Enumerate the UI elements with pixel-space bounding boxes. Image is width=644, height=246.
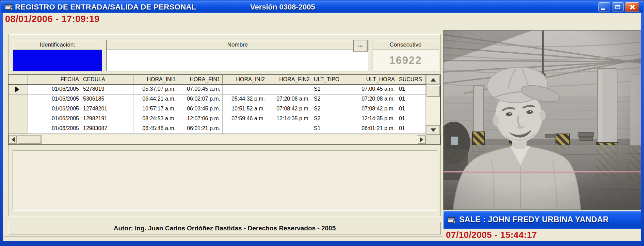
grid-cell[interactable]: 05:44:32 p.m. xyxy=(223,94,267,104)
grid-cell[interactable] xyxy=(267,124,312,134)
grid-cell[interactable]: 06:03:45 p.m. xyxy=(178,104,223,114)
arrow-right-icon xyxy=(420,137,423,142)
consecutivo-value: 16922 xyxy=(372,50,439,71)
grid-cell[interactable]: 12748201 xyxy=(81,104,133,114)
grid-cell[interactable]: 01/06/2005 xyxy=(28,94,81,104)
close-icon xyxy=(629,4,635,10)
grid-cell[interactable]: S2 xyxy=(312,94,351,104)
form-window-icon xyxy=(5,3,13,10)
arrow-left-icon xyxy=(12,137,15,142)
nombre-field: Nombre xyxy=(106,40,369,71)
minimize-button[interactable] xyxy=(598,2,610,12)
grid-header-hora_fin2[interactable]: HORA_FIN2 xyxy=(267,75,312,84)
grid-header-cedula[interactable]: CEDULA xyxy=(81,75,133,84)
bottom-divider xyxy=(3,236,443,237)
scroll-down-button[interactable] xyxy=(426,125,440,135)
row-selector-cell[interactable] xyxy=(9,85,28,94)
grid-cell[interactable]: 06:45:46 a.m. xyxy=(133,124,178,134)
minimize-icon xyxy=(601,8,605,10)
arrow-up-icon xyxy=(431,78,436,82)
close-button[interactable] xyxy=(625,2,639,12)
maximize-button[interactable] xyxy=(612,2,624,12)
grid-cell[interactable]: 01/06/2005 xyxy=(28,114,81,124)
grid-cell[interactable]: 07:20:08 a.m. xyxy=(267,94,312,104)
grid-header-hora_ini1[interactable]: HORA_INI1 xyxy=(133,75,178,84)
grid-cell[interactable]: 07:08:42 p.m. xyxy=(351,104,397,114)
grid-cell[interactable]: 07:08:42 p.m. xyxy=(267,104,312,114)
grid-header-ult_hora[interactable]: ULT_HORA xyxy=(351,75,397,84)
grid-cell[interactable]: 01 xyxy=(397,114,426,124)
scroll-right-button[interactable] xyxy=(417,135,426,144)
browse-button[interactable]: ... xyxy=(353,40,368,52)
vscrollbar-thumb[interactable] xyxy=(426,85,440,97)
grid-cell[interactable]: 06:02:07 p.m. xyxy=(178,94,223,104)
grid-cell[interactable]: S2 xyxy=(312,114,351,124)
grid-cell[interactable]: 06:01:21 p.m. xyxy=(351,124,397,134)
author-text: Autor: Ing. Juan Carlos Ordóñez Bastidas… xyxy=(114,225,336,232)
grid-header-hora_ini2[interactable]: HORA_INI2 xyxy=(223,75,267,84)
grid-cell[interactable]: S1 xyxy=(312,124,351,134)
grid-cell[interactable]: 01 xyxy=(397,124,426,134)
grid-cell[interactable]: 07:00:45 a.m. xyxy=(351,85,397,94)
grid-cell[interactable]: 01 xyxy=(397,94,426,104)
grid-cell[interactable]: 12983087 xyxy=(81,124,133,134)
grid-cell[interactable]: 12982191 xyxy=(81,114,133,124)
grid-cell[interactable]: 5278019 xyxy=(81,85,133,94)
grid-cell[interactable]: S1 xyxy=(312,85,351,94)
row-selector-cell[interactable] xyxy=(9,114,28,124)
table-row[interactable]: 01/06/20051274820110:57:17 a.m.06:03:45 … xyxy=(9,104,426,114)
scrollbar-corner xyxy=(426,135,440,144)
grid-cell[interactable]: 01/06/2005 xyxy=(28,85,81,94)
row-selector-cell[interactable] xyxy=(9,104,28,114)
grid-vscrollbar[interactable] xyxy=(426,75,440,135)
nombre-input[interactable] xyxy=(107,50,369,71)
grid-cell[interactable] xyxy=(223,85,267,94)
selected-row-arrow-icon xyxy=(15,86,19,92)
current-datetime-label: 08/01/2006 - 17:09:19 xyxy=(5,14,100,24)
grid-cell[interactable]: 07:00:45 a.m. xyxy=(178,85,223,94)
client-area: 08/01/2006 - 17:09:19 Identificación: No… xyxy=(3,13,641,241)
window-title: REGISTRO DE ENTRADA/SALIDA DE PERSONAL xyxy=(15,3,196,12)
grid-cell[interactable]: 01/06/2005 xyxy=(28,104,81,114)
grid-cell[interactable]: 01 xyxy=(397,104,426,114)
grid-header-row: FECHACEDULAHORA_INI1HORA_FIN1HORA_INI2HO… xyxy=(9,75,426,85)
grid-cell[interactable] xyxy=(267,85,312,94)
grid-cell[interactable]: 10:57:17 a.m. xyxy=(133,104,178,114)
scroll-up-button[interactable] xyxy=(426,75,440,85)
grid-cell[interactable]: 12:07:06 p.m. xyxy=(178,114,223,124)
titlebar[interactable]: REGISTRO DE ENTRADA/SALIDA DE PERSONAL V… xyxy=(1,1,643,13)
grid-cell[interactable]: 05:37:07 p.m. xyxy=(133,85,178,94)
grid-cell[interactable] xyxy=(223,124,267,134)
grid-cell[interactable]: 06:44:21 a.m. xyxy=(133,94,178,104)
grid-cell[interactable]: 12:14:35 p.m. xyxy=(351,114,397,124)
grid-header-fecha[interactable]: FECHA xyxy=(28,75,81,84)
grid-hscrollbar[interactable] xyxy=(9,135,426,144)
identificacion-input[interactable] xyxy=(13,50,102,71)
grid-header-sucurs[interactable]: SUCURS xyxy=(397,75,426,84)
table-row[interactable]: 01/06/2005530618506:44:21 a.m.06:02:07 p… xyxy=(9,94,426,104)
grid-cell[interactable]: 12:14:35 p.m. xyxy=(267,114,312,124)
records-grid: FECHACEDULAHORA_INI1HORA_FIN1HORA_INI2HO… xyxy=(8,74,441,145)
grid-cell[interactable]: 01 xyxy=(397,85,426,94)
row-selector-cell[interactable] xyxy=(9,124,28,134)
grid-cell[interactable]: 01/06/2005 xyxy=(28,124,81,134)
scroll-left-button[interactable] xyxy=(9,135,17,144)
consecutivo-label: Consecutivo xyxy=(372,40,439,50)
grid-header-hora_fin1[interactable]: HORA_FIN1 xyxy=(178,75,223,84)
table-row[interactable]: 01/06/20051298308706:45:46 a.m.06:01:21 … xyxy=(9,124,426,134)
table-row[interactable]: 01/06/2005527801905:37:07 p.m.07:00:45 a… xyxy=(9,85,426,94)
grid-cell[interactable]: 10:51:52 a.m. xyxy=(223,104,267,114)
grid-cell[interactable]: 08:24:53 a.m. xyxy=(133,114,178,124)
grid-cell[interactable]: 5306185 xyxy=(81,94,133,104)
hscrollbar-thumb[interactable] xyxy=(18,135,42,144)
grid-cell[interactable]: S2 xyxy=(312,104,351,114)
grid-cell[interactable]: 07:59:46 a.m. xyxy=(223,114,267,124)
grid-cell[interactable]: 06:01:21 p.m. xyxy=(178,124,223,134)
grid-corner-cell xyxy=(9,75,28,84)
grid-header-ult_tipo[interactable]: ULT_TIPO xyxy=(312,75,351,84)
grid-cell[interactable]: 07:20:08 a.m. xyxy=(351,94,397,104)
grid-rows: 01/06/2005527801905:37:07 p.m.07:00:45 a… xyxy=(9,85,426,134)
table-row[interactable]: 01/06/20051298219108:24:53 a.m.12:07:06 … xyxy=(9,114,426,124)
row-selector-cell[interactable] xyxy=(9,94,28,104)
notes-listbox[interactable] xyxy=(13,150,437,211)
